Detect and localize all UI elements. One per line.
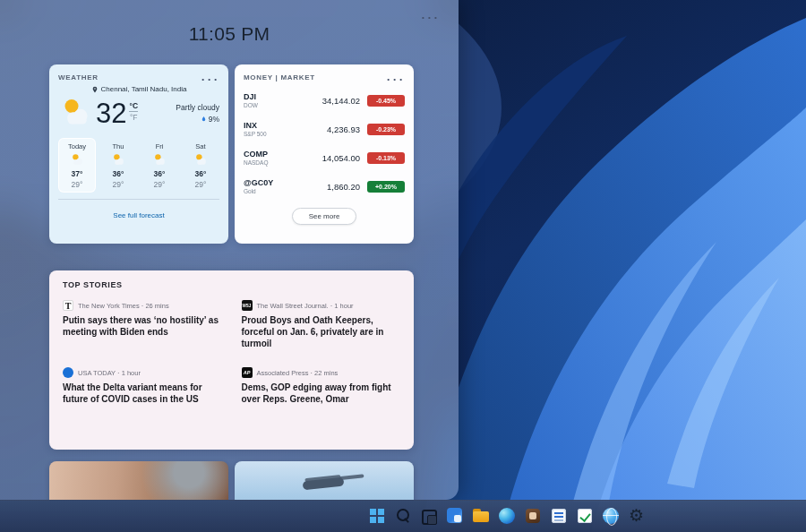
partly-cloudy-icon <box>70 152 85 167</box>
top-stories-title: TOP STORIES <box>63 280 400 289</box>
story-headline: What the Delta variant means for future … <box>63 382 222 405</box>
change-badge: +0.20% <box>367 181 405 193</box>
usa-today-logo-icon <box>63 367 73 378</box>
location-pin-icon <box>91 86 99 93</box>
story-item[interactable]: WSJ The Wall Street Journal. · 1 hour Pr… <box>242 300 401 349</box>
task-view-icon[interactable] <box>417 504 441 528</box>
news-image-card[interactable] <box>235 461 414 500</box>
partly-cloudy-icon <box>152 152 167 167</box>
change-badge: -0.45% <box>367 95 405 107</box>
weather-current: 32 °C °F Partly cloudy 9% <box>58 95 219 131</box>
settings-icon[interactable] <box>625 504 648 528</box>
market-row-comp[interactable]: COMP NASDAQ 14,054.00 -0.13% <box>244 143 405 172</box>
market-widget[interactable]: MONEY | MARKET DJI DOW 34,144.02 -0.45% … <box>235 64 414 244</box>
to-do-icon[interactable] <box>573 504 596 528</box>
weather-widget[interactable]: WEATHER Chennai, Tamil Nadu, India 32 °C… <box>49 64 228 244</box>
see-full-forecast-link[interactable]: See full forecast <box>113 211 164 219</box>
unit-celsius-toggle[interactable]: °C <box>129 101 138 112</box>
weather-title: WEATHER <box>58 73 99 82</box>
market-title: MONEY | MARKET <box>244 73 315 82</box>
market-row-inx[interactable]: INX S&P 500 4,236.93 -0.23% <box>244 115 405 143</box>
forecast-day-thu[interactable]: Thu 36° 29° <box>99 138 137 193</box>
story-item[interactable]: USA TODAY · 1 hour What the Delta varian… <box>63 367 222 405</box>
partly-cloudy-icon <box>58 95 94 131</box>
story-headline: Proud Boys and Oath Keepers, forceful on… <box>242 314 401 349</box>
news-image-card[interactable] <box>49 461 228 500</box>
market-more-icon[interactable] <box>385 71 405 84</box>
taskbar <box>0 500 806 532</box>
stories-grid: T The New York Times · 26 mins Putin say… <box>63 300 400 405</box>
current-temperature: 32 <box>96 99 126 127</box>
precipitation-value: 9% <box>209 115 219 124</box>
change-badge: -0.23% <box>367 124 405 135</box>
story-item[interactable]: AP Associated Press · 22 mins Dems, GOP … <box>242 367 401 405</box>
app-icon[interactable] <box>521 504 544 528</box>
story-item[interactable]: T The New York Times · 26 mins Putin say… <box>63 300 222 349</box>
story-meta: The Wall Street Journal. · 1 hour <box>257 302 354 310</box>
forecast-day-today[interactable]: Today 37° 29° <box>58 138 96 193</box>
market-row-dji[interactable]: DJI DOW 34,144.02 -0.45% <box>244 86 405 115</box>
edge-icon[interactable] <box>495 504 519 528</box>
forecast-day-sat[interactable]: Sat 36° 29° <box>182 138 219 193</box>
partly-cloudy-icon <box>193 152 209 167</box>
forecast-day-fri[interactable]: Fri 36° 29° <box>141 138 178 193</box>
wsj-logo-icon: WSJ <box>242 300 253 311</box>
partly-cloudy-icon <box>111 152 126 167</box>
clock: 11:05 PM <box>0 23 459 45</box>
story-meta: USA TODAY · 1 hour <box>78 369 141 377</box>
story-meta: Associated Press · 22 mins <box>257 369 339 377</box>
internet-icon[interactable] <box>599 504 622 528</box>
ap-logo-icon: AP <box>242 367 253 378</box>
market-rows: DJI DOW 34,144.02 -0.45% INX S&P 500 4,2… <box>244 86 405 201</box>
search-icon[interactable] <box>391 504 415 528</box>
store-icon[interactable] <box>547 504 570 528</box>
weather-location: Chennai, Tamil Nadu, India <box>58 85 219 93</box>
unit-fahrenheit-toggle[interactable]: °F <box>129 113 138 122</box>
weather-condition: Partly cloudy <box>176 103 219 112</box>
nyt-logo-icon: T <box>63 300 73 311</box>
see-more-button[interactable]: See more <box>292 208 357 225</box>
panel-more-icon[interactable] <box>419 9 441 21</box>
start-icon[interactable] <box>365 504 389 528</box>
market-row-gold[interactable]: @GC0Y Gold 1,860.20 +0.20% <box>244 172 405 201</box>
story-headline: Putin says there was ‘no hostility’ as m… <box>63 314 222 338</box>
story-meta: The New York Times · 26 mins <box>78 302 169 310</box>
taskbar-icons <box>365 504 648 528</box>
story-headline: Dems, GOP edging away from fight over Re… <box>242 382 401 405</box>
forecast-row: Today 37° 29° Thu 36° 29° Fri 36° 29° <box>58 138 219 193</box>
top-stories-widget[interactable]: TOP STORIES T The New York Times · 26 mi… <box>49 270 414 450</box>
widgets-panel: 11:05 PM WEATHER Chennai, Tamil Nadu, In… <box>0 0 459 500</box>
droplet-icon <box>201 115 207 123</box>
widgets-icon[interactable] <box>443 504 467 528</box>
file-explorer-icon[interactable] <box>469 504 493 528</box>
desktop: 11:05 PM WEATHER Chennai, Tamil Nadu, In… <box>0 0 806 532</box>
weather-more-icon[interactable] <box>200 71 219 84</box>
change-badge: -0.13% <box>367 152 405 164</box>
